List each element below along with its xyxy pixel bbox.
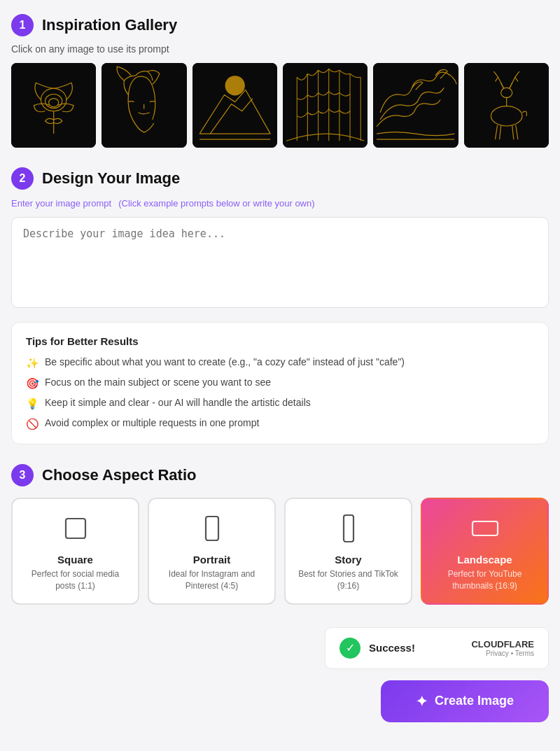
tips-title: Tips for Better Results [26,335,534,347]
tip-2-icon: 🎯 [26,376,39,391]
gallery-item-mountain[interactable] [192,63,277,148]
ratio-landscape[interactable]: Landscape Perfect for YouTube thumbnails… [421,498,549,605]
svg-rect-36 [66,519,85,538]
ratio-section: 3 Choose Aspect Ratio Square Perfect for… [11,464,549,605]
svg-rect-37 [206,517,218,540]
tip-3: 💡 Keep it simple and clear - our AI will… [26,396,534,411]
square-icon [60,513,91,547]
gallery-item-rose[interactable] [11,63,96,148]
tip-3-icon: 💡 [26,396,39,411]
terms-link[interactable]: Terms [515,650,534,657]
ratio-square[interactable]: Square Perfect for social media posts (1… [11,498,139,605]
ratio-landscape-name: Landscape [457,554,512,566]
prompt-label: Enter your image prompt (Click example p… [11,197,549,209]
cloudflare-logo-area: CLOUDFLARE Privacy • Terms [471,639,534,657]
gallery-grid [11,63,549,148]
gallery-subtitle: Click on any image to use its prompt [11,43,549,55]
story-icon [333,513,364,547]
ratio-story-name: Story [335,554,361,566]
ratio-story-desc: Best for Stories and TikTok (9:16) [294,568,402,592]
ratio-grid: Square Perfect for social media posts (1… [11,498,549,605]
ratio-square-name: Square [57,554,93,566]
svg-rect-39 [472,521,498,535]
success-text: Success! [369,642,463,654]
svg-rect-6 [192,63,277,148]
step-1-badge: 1 [11,14,34,36]
ratio-landscape-desc: Perfect for YouTube thumbnails (16:9) [430,568,539,592]
tip-4-icon: 🚫 [26,416,39,431]
cloudflare-logo: CLOUDFLARE [471,639,534,650]
prompt-input[interactable] [11,217,549,308]
svg-rect-10 [283,63,368,148]
landscape-icon [470,513,500,547]
design-section: 2 Design Your Image Enter your image pro… [11,167,549,444]
gallery-item-face[interactable] [102,63,186,148]
ratio-title: Choose Aspect Ratio [42,466,196,484]
gallery-section: 1 Inspiration Gallery Click on any image… [11,14,549,148]
design-title: Design Your Image [42,169,180,188]
create-image-label: Create Image [435,694,514,708]
success-check-icon: ✓ [340,638,360,659]
svg-point-7 [225,76,244,95]
step-2-badge: 2 [11,167,34,190]
cloudflare-widget: ✓ Success! CLOUDFLARE Privacy • Terms [325,627,549,669]
cloudflare-links: Privacy • Terms [486,650,534,657]
step-3-badge: 3 [11,464,34,486]
svg-rect-0 [11,63,96,148]
tip-2: 🎯 Focus on the main subject or scene you… [26,376,534,391]
ratio-portrait-name: Portrait [193,554,230,566]
create-image-button[interactable]: ✦ Create Image [381,680,549,722]
privacy-link[interactable]: Privacy [486,650,509,657]
ratio-portrait[interactable]: Portrait Ideal for Instagram and Pintere… [148,498,276,605]
wand-icon: ✦ [416,693,428,710]
tips-box: Tips for Better Results ✨ Be specific ab… [11,322,549,444]
svg-rect-38 [344,515,354,542]
ratio-story[interactable]: Story Best for Stories and TikTok (9:16) [284,498,412,605]
tip-1: ✨ Be specific about what you want to cre… [26,356,534,370]
ratio-portrait-desc: Ideal for Instagram and Pinterest (4:5) [158,568,266,592]
gallery-title: Inspiration Gallery [42,16,177,34]
gallery-item-deer[interactable] [464,63,549,148]
gallery-item-forest[interactable] [283,63,368,148]
tip-1-icon: ✨ [26,356,39,370]
portrait-icon [197,513,227,547]
tip-4: 🚫 Avoid complex or multiple requests in … [26,416,534,431]
gallery-item-wave[interactable] [373,63,458,148]
prompt-hint: (Click example prompts below or write yo… [118,198,314,209]
ratio-square-desc: Perfect for social media posts (1:1) [21,568,130,592]
